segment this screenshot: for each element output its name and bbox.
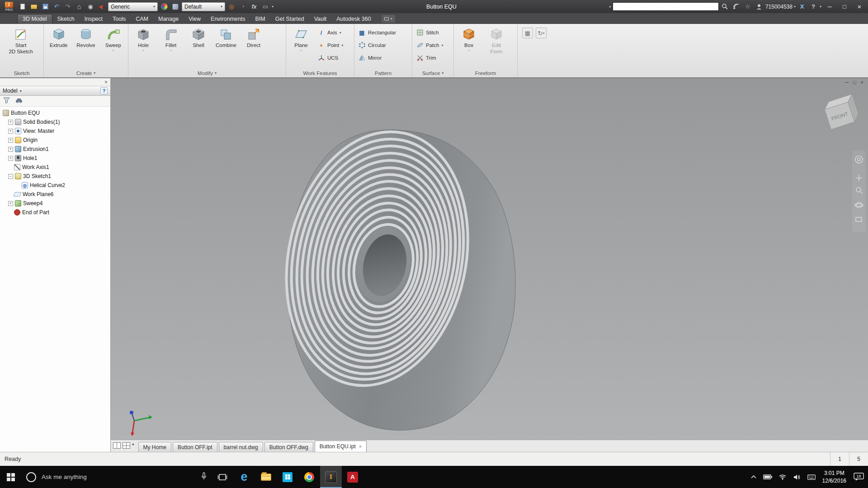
expand-icon[interactable]: + <box>8 201 13 206</box>
tab-manage[interactable]: Manage <box>153 14 184 24</box>
tab-cam[interactable]: CAM <box>131 14 153 24</box>
panel-label-surface[interactable]: Surface▾ <box>412 69 453 77</box>
taskbar-clock[interactable]: 3:01 PM 12/6/2016 <box>819 469 850 484</box>
expand-icon[interactable]: + <box>8 156 13 161</box>
tab-autodesk-360[interactable]: Autodesk 360 <box>331 14 376 24</box>
tree-item-end-of-part[interactable]: End of Part <box>0 208 110 217</box>
doc-tab-button-equ-ipt[interactable]: Button EQU.ipt× <box>315 441 367 452</box>
help-icon[interactable]: ? <box>808 2 818 12</box>
tab-inspect[interactable]: Inspect <box>80 14 108 24</box>
rectangular-pattern-button[interactable]: ▦Rectangular <box>356 26 398 39</box>
doc-tab-button-off-ipt[interactable]: Button OFF.ipt <box>173 442 217 452</box>
axis-button[interactable]: /Axis▾ <box>315 26 345 39</box>
doc-tab-my-home[interactable]: My Home <box>138 442 171 452</box>
stitch-button[interactable]: Stitch <box>414 26 445 39</box>
panel-label-work-features[interactable]: Work Features <box>286 69 354 77</box>
mirror-button[interactable]: Mirror <box>356 52 398 64</box>
tree-item-3d-sketch1[interactable]: −3D Sketch1 <box>0 172 110 181</box>
microphone-icon[interactable] <box>201 472 207 482</box>
tab-close-icon[interactable]: × <box>359 444 362 449</box>
show-hidden-icons-button[interactable] <box>746 466 761 488</box>
update-button[interactable]: ↻▾ <box>536 28 547 38</box>
user-icon[interactable] <box>754 2 764 12</box>
viewport-canvas[interactable]: FRONT <box>111 78 868 452</box>
fillet-button[interactable]: Fillet ▾ <box>157 25 184 69</box>
search-binoculars-icon[interactable] <box>15 97 23 105</box>
minimize-button[interactable]: ─ <box>823 1 836 12</box>
redo-button[interactable]: ↷ <box>63 2 73 12</box>
open-button[interactable] <box>29 2 39 12</box>
ilogic-button[interactable] <box>97 2 107 12</box>
sweep-button[interactable]: Sweep ▾ <box>100 25 127 69</box>
tree-item-extrusion1[interactable]: +Extrusion1 <box>0 145 110 154</box>
touch-keyboard-icon[interactable] <box>804 466 819 488</box>
direct-edit-button[interactable]: Direct <box>240 25 267 69</box>
appearance-icon[interactable] <box>170 2 180 12</box>
signed-in-user[interactable]: 715004538 <box>765 4 793 10</box>
tile-grid-icon[interactable] <box>123 442 130 449</box>
panel-label-pattern[interactable]: Pattern <box>354 69 412 77</box>
extrude-button[interactable]: Extrude <box>45 25 72 69</box>
favorites-star-icon[interactable]: ☆ <box>743 2 753 12</box>
edge-button[interactable]: e <box>233 466 255 488</box>
freeform-box-button[interactable]: Box ▾ <box>455 25 482 69</box>
tab-3d-model[interactable]: 3D Model <box>17 14 52 24</box>
tab-scroll-up-icon[interactable]: ▴ <box>132 441 134 446</box>
zoom-tool-button[interactable]: ◎ <box>226 2 236 12</box>
tab-sketch[interactable]: Sketch <box>52 14 80 24</box>
expand-icon[interactable]: + <box>8 120 13 125</box>
expand-icon[interactable]: + <box>8 147 13 152</box>
exchange-apps-icon[interactable]: X <box>797 2 807 12</box>
battery-icon[interactable] <box>761 466 775 488</box>
panel-label-create[interactable]: Create▾ <box>44 69 128 77</box>
appearance-select[interactable]: Default▾ <box>182 2 225 11</box>
edit-form-button[interactable]: Edit Form <box>483 25 510 69</box>
help-search-input[interactable] <box>613 2 719 11</box>
start-button[interactable] <box>0 466 22 488</box>
hole-button[interactable]: Hole ▾ <box>130 25 157 69</box>
doc-restore-icon[interactable]: □ <box>853 80 856 85</box>
combine-button[interactable]: Combine <box>212 25 240 69</box>
tree-item-hole1[interactable]: +Hole1 <box>0 154 110 163</box>
start-2d-sketch-button[interactable]: Start 2D Sketch <box>1 25 40 69</box>
parameters-fx-button[interactable]: fx <box>249 2 259 12</box>
save-button[interactable] <box>40 2 50 12</box>
shell-button[interactable]: Shell <box>185 25 212 69</box>
doc-minimize-icon[interactable]: ─ <box>845 80 849 85</box>
help-icon[interactable]: ? <box>100 87 108 94</box>
tree-item-work-plane6[interactable]: Work Plane6 <box>0 190 110 199</box>
panel-label-freeform[interactable]: Freeform <box>454 69 517 77</box>
tab-tools[interactable]: Tools <box>108 14 131 24</box>
tab-get-started[interactable]: Get Started <box>270 14 309 24</box>
tree-item-sweep4[interactable]: +Sweep4 <box>0 199 110 208</box>
material-select[interactable]: Generic▾ <box>108 2 158 11</box>
close-button[interactable]: × <box>853 1 866 12</box>
orbit-tool-button[interactable]: ◔ <box>238 2 248 12</box>
undo-button[interactable]: ↶ <box>52 2 61 12</box>
tree-item-helical-curve2[interactable]: ◎Helical Curve2 <box>0 181 110 190</box>
inventor-app-icon[interactable]: I PRO <box>2 2 16 11</box>
cortana-search[interactable]: Ask me anything <box>22 466 212 488</box>
chrome-button[interactable] <box>298 466 320 488</box>
patch-button[interactable]: Patch▾ <box>414 39 445 52</box>
navigation-bar[interactable] <box>852 150 866 232</box>
graphics-viewport[interactable]: FRONT <box>111 78 868 452</box>
collapse-icon[interactable]: − <box>8 174 13 179</box>
tab-environments[interactable]: Environments <box>206 14 250 24</box>
tree-item-root[interactable]: Button EQU <box>0 108 110 117</box>
task-view-button[interactable] <box>212 466 233 488</box>
chevron-down-icon[interactable]: ▾ <box>820 5 821 9</box>
browser-header[interactable]: Model ▾ ? <box>0 86 110 96</box>
circular-pattern-button[interactable]: Circular <box>356 39 398 52</box>
trim-button[interactable]: Trim <box>414 52 445 64</box>
tree-item-work-axis1[interactable]: Work Axis1 <box>0 163 110 172</box>
color-wheel-icon[interactable] <box>159 2 169 12</box>
communication-center-icon[interactable] <box>731 2 741 12</box>
tab-view[interactable]: View <box>184 14 206 24</box>
tile-vertical-icon[interactable] <box>113 442 121 449</box>
ribbon-display-options-button[interactable]: ▾ <box>382 15 395 23</box>
file-explorer-button[interactable] <box>255 466 277 488</box>
doc-tab-button-off-dwg[interactable]: Button OFF.dwg <box>264 442 313 452</box>
revolve-button[interactable]: Revolve <box>72 25 99 69</box>
volume-icon[interactable] <box>790 466 804 488</box>
